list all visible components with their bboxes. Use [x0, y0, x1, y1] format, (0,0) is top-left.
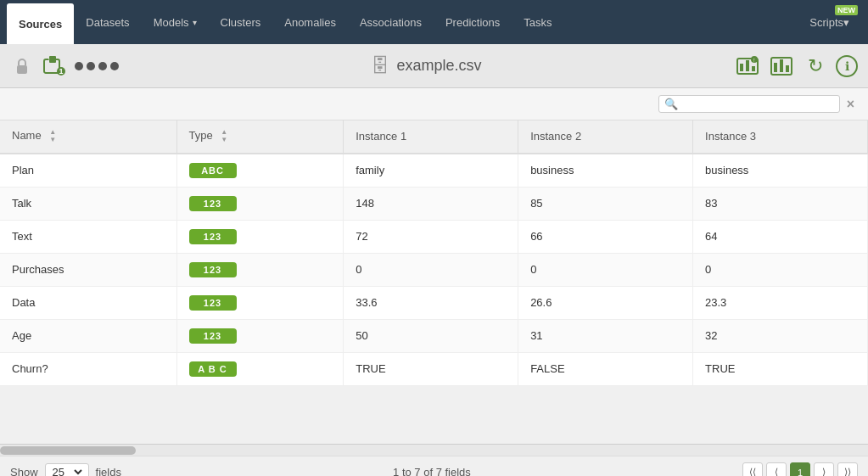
dot-3	[98, 62, 107, 70]
show-label: Show	[10, 466, 38, 476]
footer-summary: 1 to 7 of 7 fields	[128, 466, 736, 476]
cell-name: Talk	[0, 187, 176, 220]
cell-instance1: 33.6	[344, 286, 518, 319]
scripts-dropdown-arrow: ▾	[843, 16, 849, 29]
dot-4	[110, 62, 119, 70]
cell-instance1: 148	[344, 187, 518, 220]
cell-type: 123	[176, 286, 344, 319]
cell-instance3: 64	[693, 220, 868, 253]
navbar: Sources Datasets Models ▾ Clusters Anoma…	[0, 0, 868, 44]
toolbar-right: ↑ ↻ ℹ	[734, 53, 858, 80]
cell-type: ABC	[176, 154, 344, 188]
pagination: ⟨⟨ ⟨ 1 ⟩ ⟩⟩	[742, 462, 858, 477]
svg-rect-13	[774, 63, 777, 72]
progress-dots	[75, 62, 119, 70]
cell-instance2: 0	[518, 253, 693, 286]
table-row: Text123726664	[0, 220, 868, 253]
type-badge: 123	[189, 196, 237, 211]
cell-type: 123	[176, 220, 344, 253]
data-table: Name ▲▼ Type ▲▼ Instance 1 Instance 2 In…	[0, 120, 868, 386]
cell-instance3: TRUE	[693, 352, 868, 385]
nav-item-sources[interactable]: Sources	[7, 3, 74, 44]
page-next-button[interactable]: ⟩	[814, 462, 834, 477]
cell-instance2: 26.6	[518, 286, 693, 319]
cell-instance3: 83	[693, 187, 868, 220]
horizontal-scrollbar[interactable]	[0, 444, 868, 456]
cell-instance1: family	[344, 154, 518, 188]
nav-item-scripts[interactable]: Scripts ▾ NEW	[798, 0, 861, 44]
page-last-button[interactable]: ⟩⟩	[837, 462, 858, 477]
cell-instance2: business	[518, 154, 693, 188]
refresh-icon[interactable]: ↻	[802, 53, 829, 80]
info-icon[interactable]: ℹ	[836, 55, 858, 77]
nav-datasets-label: Datasets	[86, 16, 129, 29]
svg-rect-14	[780, 59, 783, 72]
cell-name: Data	[0, 286, 176, 319]
nav-item-associations[interactable]: Associations	[348, 0, 434, 44]
cell-type: 123	[176, 187, 344, 220]
bar-chart-icon[interactable]	[768, 53, 795, 80]
cell-instance3: 0	[693, 253, 868, 286]
nav-item-models[interactable]: Models ▾	[142, 0, 209, 44]
sort-arrows-name: ▲▼	[49, 129, 56, 144]
col-header-type[interactable]: Type ▲▼	[176, 120, 344, 154]
nav-item-tasks[interactable]: Tasks	[512, 0, 563, 44]
nav-clusters-label: Clusters	[221, 16, 261, 29]
nav-item-anomalies[interactable]: Anomalies	[272, 0, 348, 44]
type-badge: 123	[189, 262, 237, 277]
table-row: Purchases123000	[0, 253, 868, 286]
page-first-button[interactable]: ⟨⟨	[742, 462, 763, 477]
nav-anomalies-label: Anomalies	[284, 16, 336, 29]
cell-type: 123	[176, 253, 344, 286]
chart-icon[interactable]: ↑	[734, 53, 761, 80]
upload-icon[interactable]: ↑ 1	[42, 54, 66, 78]
per-page-select[interactable]: 25 50 100	[49, 465, 85, 476]
dot-1	[75, 62, 83, 70]
cell-instance3: 32	[693, 319, 868, 352]
svg-rect-8	[746, 60, 749, 71]
svg-text:1: 1	[59, 67, 64, 76]
nav-item-datasets[interactable]: Datasets	[74, 0, 141, 44]
nav-predictions-label: Predictions	[445, 16, 500, 29]
fields-label: fields	[96, 466, 121, 476]
toolbar-title: 🗄 example.csv	[127, 55, 725, 77]
lock-icon[interactable]	[10, 54, 34, 78]
cell-name: Purchases	[0, 253, 176, 286]
sort-arrows-type: ▲▼	[221, 129, 227, 144]
cell-instance2: 85	[518, 187, 693, 220]
table-row: Age123503132	[0, 319, 868, 352]
cell-instance2: 31	[518, 319, 693, 352]
nav-item-clusters[interactable]: Clusters	[209, 0, 273, 44]
cell-name: Age	[0, 319, 176, 352]
svg-rect-0	[17, 65, 27, 74]
scrollbar-thumb[interactable]	[0, 446, 136, 455]
type-badge: 123	[189, 328, 237, 344]
col-header-name[interactable]: Name ▲▼	[0, 120, 176, 154]
svg-rect-7	[740, 64, 743, 71]
search-clear-button[interactable]: ×	[843, 97, 858, 112]
footer: Show 25 50 100 fields 1 to 7 of 7 fields…	[0, 456, 868, 476]
table-row: PlanABCfamilybusinessbusiness	[0, 154, 868, 188]
scripts-new-badge: NEW	[835, 5, 858, 15]
cell-name: Plan	[0, 154, 176, 188]
models-dropdown-arrow: ▾	[193, 18, 197, 27]
nav-scripts-label: Scripts	[809, 16, 843, 29]
page-current[interactable]: 1	[790, 462, 810, 477]
table-wrap: Name ▲▼ Type ▲▼ Instance 1 Instance 2 In…	[0, 120, 868, 444]
table-row: Data12333.626.623.3	[0, 286, 868, 319]
search-input[interactable]	[681, 98, 834, 110]
col-header-instance1: Instance 1	[344, 120, 518, 154]
type-badge: A B C	[189, 361, 237, 377]
nav-sources-label: Sources	[19, 18, 62, 31]
search-input-wrap: 🔍	[658, 95, 840, 113]
svg-text:↑: ↑	[48, 57, 51, 63]
search-icon: 🔍	[664, 98, 678, 110]
svg-rect-15	[786, 65, 789, 72]
table-row: Talk1231488583	[0, 187, 868, 220]
table-row: Churn?A B CTRUEFALSETRUE	[0, 352, 868, 385]
cell-instance1: 0	[344, 253, 518, 286]
nav-item-predictions[interactable]: Predictions	[434, 0, 512, 44]
page-prev-button[interactable]: ⟨	[766, 462, 787, 477]
cell-instance1: 72	[344, 220, 518, 253]
per-page-wrap: 25 50 100	[45, 463, 89, 476]
